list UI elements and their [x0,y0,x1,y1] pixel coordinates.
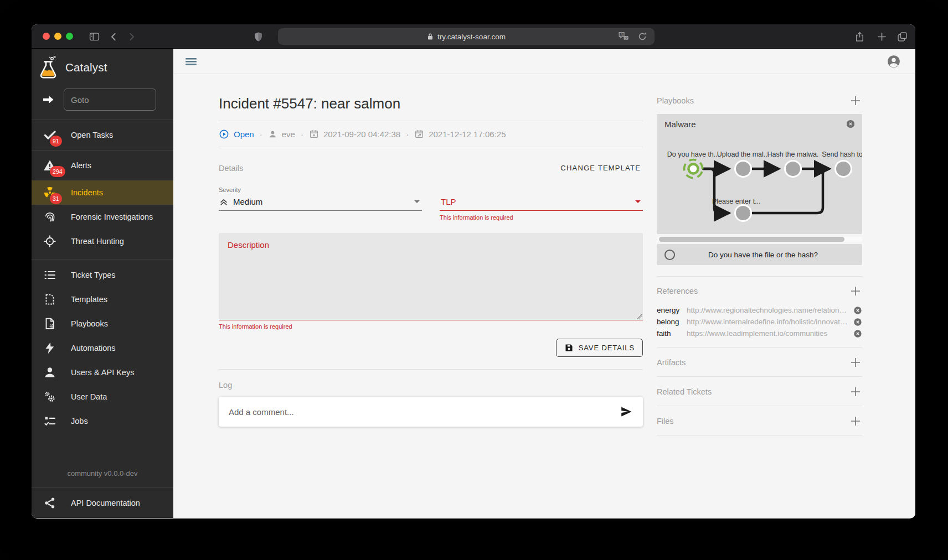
tab-overview-icon[interactable] [897,31,908,43]
sidebar-item-forensic-investigations[interactable]: Forensic Investigations [32,205,173,229]
address-bar[interactable]: try.catalyst-soar.com A 文 [278,28,655,45]
fingerprint-icon [43,210,56,224]
reference-link[interactable]: http://www.regionaltechnologies.name/rel… [687,306,849,314]
sidebar: Catalyst 91 Open Tasks [32,49,173,518]
add-file-icon[interactable] [849,414,862,428]
workflow-start-node[interactable] [682,157,705,180]
playbook-title: Malware [664,120,696,129]
app-bar [173,49,915,74]
sidebar-item-incidents[interactable]: 31 Incidents [32,180,173,205]
tlp-select[interactable]: TLP [440,193,643,211]
sidebar-item-open-tasks[interactable]: 91 Open Tasks [32,120,173,150]
sidebar-item-ticket-types[interactable]: Ticket Types [32,263,173,287]
modified-calendar-icon [414,129,424,139]
sidebar-item-jobs[interactable]: Jobs [32,409,173,433]
gears-icon [43,390,56,403]
svg-text:A: A [621,32,624,37]
goto-input[interactable] [64,89,156,111]
workflow-node[interactable] [735,161,751,177]
svg-text:Hash the malwa.: Hash the malwa. [767,151,818,158]
translate-icon[interactable]: A 文 [617,30,630,43]
save-floppy-icon [564,343,574,352]
send-comment-icon[interactable] [620,405,633,418]
url-text: try.catalyst-soar.com [437,33,506,41]
tlp-label: TLP [441,197,456,206]
playbook-scrollbar-thumb[interactable] [659,237,844,242]
remove-reference-icon[interactable] [853,318,862,326]
task-radio-icon[interactable] [664,250,675,260]
severity-medium-icon [219,197,229,207]
lightning-bolt-icon [43,341,56,355]
modified-timestamp: 2021-12-12 17:06:25 [429,129,506,139]
sidebar-item-user-data[interactable]: User Data [32,385,173,409]
new-tab-icon[interactable] [876,31,888,43]
owner-person-icon [268,129,277,139]
save-details-button[interactable]: SAVE DETAILS [556,339,643,357]
incident-status-row: Open · eve · [219,121,643,147]
add-artifact-icon[interactable] [849,356,862,369]
workflow-node[interactable] [735,205,751,221]
description-textarea[interactable] [219,233,643,320]
reference-link[interactable]: http://www.internalredefine.info/holisti… [687,318,849,326]
sidebar-item-threat-hunting[interactable]: Threat Hunting [32,229,173,253]
close-window-button[interactable] [43,33,50,40]
comment-input[interactable] [229,407,620,417]
references-section-label: References [657,287,698,295]
playbook-task-row[interactable]: Do you have the file or the hash? [657,244,862,265]
share-icon[interactable] [854,31,865,43]
svg-text:Do you have th...: Do you have th... [667,151,720,158]
severity-select[interactable]: Medium [219,193,422,211]
remove-reference-icon[interactable] [853,329,862,338]
remove-reference-icon[interactable] [853,306,862,315]
remove-playbook-icon[interactable] [846,119,856,129]
tlp-field: TLP This information is required [440,186,643,221]
privacy-shield-icon[interactable] [253,31,264,43]
sidebar-toggle-icon[interactable] [89,31,100,43]
tasks-check-icon: 91 [43,128,56,142]
forward-button-icon[interactable] [126,31,137,43]
sidebar-item-automations[interactable]: Automations [32,336,173,360]
app-version: community v0.0.0-dev [32,462,173,488]
person-icon [43,366,56,379]
lock-icon [427,33,434,40]
checklist-icon [43,414,56,428]
comment-card [219,397,643,427]
workflow-node[interactable] [785,161,801,177]
status-play-icon [219,129,229,139]
owner-name: eve [282,129,295,139]
browser-window: try.catalyst-soar.com A 文 [32,24,915,518]
reload-icon[interactable] [637,31,648,42]
minimize-window-button[interactable] [54,33,61,40]
back-button-icon[interactable] [108,31,120,43]
svg-text:Send hash to V: Send hash to V [822,151,862,158]
task-question: Do you have the file or the hash? [675,251,862,259]
workflow-node[interactable] [836,161,852,177]
account-avatar-icon[interactable] [887,54,901,69]
sidebar-item-alerts[interactable]: 294 Alerts [32,151,173,180]
change-template-button[interactable]: CHANGE TEMPLATE [558,160,643,175]
status-value[interactable]: Open [234,129,254,139]
add-related-ticket-icon[interactable] [849,385,862,398]
reference-row: energy http://www.regionaltechnologies.n… [657,304,862,316]
sidebar-item-playbooks[interactable]: Playbooks [32,312,173,336]
reference-row: belong http://www.internalredefine.info/… [657,316,862,328]
template-document-icon [43,293,56,306]
severity-caret-icon [414,200,420,203]
add-reference-icon[interactable] [849,284,862,298]
list-icon [43,268,56,282]
sidebar-item-api-documentation[interactable]: API Documentation [32,488,173,518]
zoom-window-button[interactable] [66,33,73,40]
severity-label: Severity [219,186,422,193]
created-timestamp: 2021-09-20 04:42:38 [323,129,400,139]
add-playbook-icon[interactable] [849,94,862,107]
playbook-workflow-graph[interactable]: Do you have th... Upload the mal... Hash… [657,129,862,234]
reference-link[interactable]: https://www.leadimplement.io/communities [687,329,849,338]
share-nodes-icon [43,496,56,510]
sidebar-item-templates[interactable]: Templates [32,287,173,312]
alert-triangle-icon: 294 [43,159,56,172]
severity-value: Medium [233,197,262,206]
sidebar-item-users-api-keys[interactable]: Users & API Keys [32,360,173,385]
svg-text:Please enter t...: Please enter t... [712,198,761,205]
details-section-label: Details [219,164,243,173]
menu-hamburger-icon[interactable] [184,55,198,68]
